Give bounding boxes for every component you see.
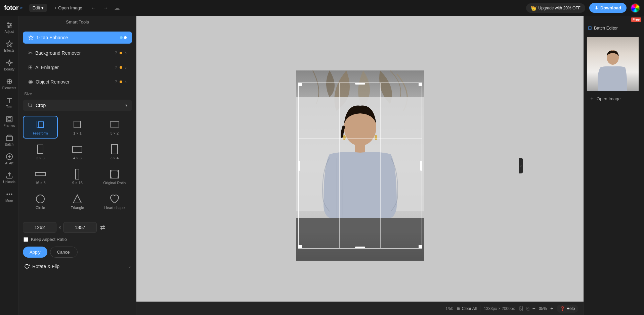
- adjust-icon: [6, 21, 13, 29]
- background-remover-icon: ✂: [28, 50, 33, 56]
- svg-point-22: [9, 194, 10, 195]
- frames-label: Frames: [4, 124, 15, 127]
- ai-enlarger-help: ?: [115, 65, 117, 70]
- apply-button[interactable]: Apply: [23, 247, 47, 258]
- sidebar-item-more[interactable]: More: [1, 188, 18, 205]
- uploads-icon: [6, 172, 13, 179]
- crop-1x1[interactable]: 1 × 1: [60, 116, 95, 139]
- rotate-flip-row[interactable]: Rotate & Flip ›: [19, 260, 136, 272]
- beauty-icon: [6, 59, 13, 66]
- heart-icon: [109, 194, 120, 204]
- sidebar-item-elements[interactable]: Elements: [1, 75, 18, 93]
- sidebar-item-adjust[interactable]: Adjust: [1, 19, 18, 36]
- color-picker[interactable]: [631, 3, 640, 13]
- zoom-in-button[interactable]: +: [550, 306, 553, 312]
- 9x16-icon: [72, 169, 83, 179]
- handle-left-mid[interactable]: [298, 161, 300, 171]
- cancel-button[interactable]: Cancel: [50, 247, 78, 258]
- collapse-handle[interactable]: ›: [519, 158, 523, 173]
- sidebar-item-ai-art[interactable]: AI Art: [1, 150, 18, 168]
- handle-right-mid[interactable]: [420, 161, 422, 171]
- batch-editor-header[interactable]: ⊟ Batch Editor: [584, 22, 644, 34]
- background-remover-row[interactable]: ✂ Background Remover ? ›: [23, 46, 132, 59]
- crop-dropdown-chevron: ▾: [125, 103, 127, 108]
- image-size: 1333px × 2000px: [484, 306, 515, 311]
- open-image-top-button[interactable]: + Open Image: [51, 4, 86, 12]
- 3x4-icon: [109, 144, 120, 155]
- freeform-icon: [35, 119, 46, 130]
- svg-rect-29: [73, 146, 82, 152]
- crop-heart[interactable]: Heart-shape: [97, 190, 132, 213]
- sidebar-item-batch[interactable]: Batch: [1, 132, 18, 149]
- handle-top-right[interactable]: [419, 83, 422, 86]
- handle-bottom-left[interactable]: [298, 245, 302, 248]
- swap-button[interactable]: ⇄: [99, 222, 106, 232]
- height-input[interactable]: 1357: [63, 222, 97, 233]
- canvas-image: [296, 70, 424, 261]
- svg-point-10: [6, 62, 7, 63]
- handle-top-left[interactable]: [298, 83, 302, 86]
- crop-3x2[interactable]: 3 × 2: [97, 116, 132, 139]
- tools-panel: Smart Tools 1-Tap Enhance ✂ Background R…: [19, 16, 136, 315]
- back-button[interactable]: ←: [90, 4, 98, 12]
- effects-icon: [6, 40, 13, 48]
- crop-dropdown[interactable]: Crop ▾: [23, 100, 132, 111]
- sidebar-item-uploads[interactable]: Uploads: [1, 169, 18, 187]
- object-remover-row[interactable]: ◉ Object Remover ? ›: [23, 75, 132, 88]
- upgrade-button[interactable]: 👑 Upgrade with 20% OFF: [526, 3, 585, 13]
- svg-rect-30: [112, 145, 118, 154]
- beauty-label: Beauty: [4, 67, 14, 71]
- crop-circle[interactable]: Circle: [23, 190, 58, 213]
- open-image-right-button[interactable]: ＋ Open Image: [587, 93, 641, 104]
- clear-all-button[interactable]: 🗑 Clear All: [457, 306, 477, 311]
- crop-16x8[interactable]: 16 × 8: [23, 165, 58, 188]
- crop-original[interactable]: Original Ratio: [97, 165, 132, 188]
- crop-freeform[interactable]: Freeform: [23, 116, 58, 139]
- circle-icon: [35, 194, 46, 204]
- plus-icon: ＋: [589, 95, 595, 102]
- keep-aspect-checkbox[interactable]: [24, 237, 28, 242]
- action-row: Apply Cancel: [19, 244, 136, 260]
- crop-2x3[interactable]: 2 × 3: [23, 141, 58, 163]
- text-icon: [6, 97, 13, 104]
- app-logo: fotor®: [4, 4, 23, 12]
- svg-point-3: [7, 23, 9, 24]
- rotate-arrow: ›: [129, 264, 131, 269]
- svg-point-21: [7, 194, 8, 195]
- ai-enlarger-row[interactable]: ⊞ AI Enlarger ? ›: [23, 61, 132, 74]
- sidebar-item-frames[interactable]: Frames: [1, 113, 18, 130]
- handle-bottom-mid[interactable]: [355, 247, 365, 248]
- object-remover-icon: ◉: [28, 78, 33, 85]
- crop-triangle[interactable]: Triangle: [60, 190, 95, 213]
- handle-bottom-right[interactable]: [419, 245, 422, 248]
- ai-enlarger-icon: ⊞: [28, 64, 33, 70]
- svg-point-8: [9, 60, 10, 61]
- help-button[interactable]: ❓ Help: [557, 305, 578, 313]
- sidebar-item-beauty[interactable]: Beauty: [1, 56, 18, 74]
- edit-button[interactable]: Edit ▾: [29, 4, 47, 12]
- more-icon: [6, 191, 13, 198]
- svg-point-11: [11, 62, 12, 63]
- object-remover-arrow: ›: [125, 79, 127, 85]
- crop-9x16[interactable]: 9 × 16: [60, 165, 95, 188]
- zoom-out-button[interactable]: −: [532, 306, 535, 312]
- crop-4x3[interactable]: 4 × 3: [60, 141, 95, 163]
- svg-point-4: [10, 24, 11, 26]
- width-input[interactable]: 1262: [23, 222, 56, 233]
- original-icon: [109, 169, 120, 179]
- 1x1-icon: [72, 119, 83, 130]
- background-remover-arrow: ›: [125, 50, 127, 56]
- download-button[interactable]: ⬇ Download: [589, 3, 627, 13]
- sidebar-item-text[interactable]: Text: [1, 94, 18, 111]
- one-tap-enhance-button[interactable]: 1-Tap Enhance: [23, 32, 132, 44]
- sidebar-item-effects[interactable]: Effects: [1, 38, 18, 55]
- forward-button[interactable]: →: [102, 4, 110, 12]
- crop-3x4[interactable]: 3 × 4: [97, 141, 132, 163]
- canvas-image-container: [296, 70, 424, 261]
- handle-top-mid[interactable]: [355, 83, 365, 85]
- elements-label: Elements: [2, 86, 16, 90]
- separator: [480, 305, 480, 312]
- rotate-icon: [24, 264, 30, 269]
- thumbnail-svg: [587, 37, 639, 91]
- page-info: 1/50: [445, 306, 453, 311]
